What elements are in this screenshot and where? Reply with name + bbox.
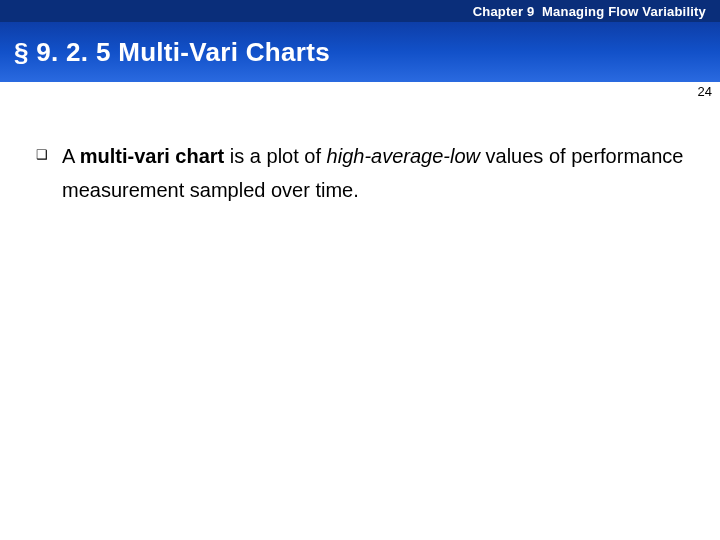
bullet-item: ❑ A multi-vari chart is a plot of high-a… <box>36 139 684 207</box>
title-bar: § 9. 2. 5 Multi-Vari Charts <box>0 22 720 82</box>
section-marker: § 9. 2. 5 <box>14 37 111 67</box>
slide-body: ❑ A multi-vari chart is a plot of high-a… <box>0 99 720 207</box>
bullet-text: A multi-vari chart is a plot of high-ave… <box>62 139 684 207</box>
chapter-bar: Chapter 9 Managing Flow Variability <box>0 0 720 22</box>
bullet-text-part: is a plot of <box>224 145 326 167</box>
bullet-text-emphasis: high-average-low <box>327 145 480 167</box>
bullet-text-strong: multi-vari chart <box>80 145 224 167</box>
chapter-title-text: Managing Flow Variability <box>542 4 706 19</box>
section-title-text: Multi-Vari Charts <box>118 37 330 67</box>
chapter-number: Chapter 9 <box>473 4 535 19</box>
section-title: § 9. 2. 5 Multi-Vari Charts <box>14 37 330 68</box>
page-number-row: 24 <box>0 82 720 99</box>
page-number: 24 <box>698 84 712 99</box>
chapter-label: Chapter 9 Managing Flow Variability <box>473 4 706 19</box>
bullet-marker-icon: ❑ <box>36 141 48 169</box>
bullet-text-part: A <box>62 145 80 167</box>
slide: Chapter 9 Managing Flow Variability § 9.… <box>0 0 720 540</box>
